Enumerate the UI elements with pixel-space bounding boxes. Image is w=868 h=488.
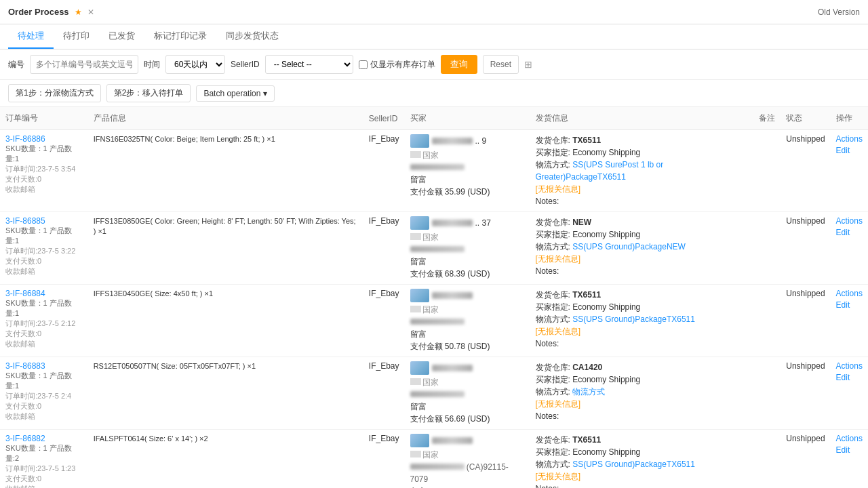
ship-carrier-link[interactable]: 物流方式 xyxy=(572,387,605,396)
buyer-cell: 国家 留富 支付金额 56.69 (USD) xyxy=(405,357,530,430)
pay-count: 支付天数:0 xyxy=(5,329,83,339)
product-desc: IFNS16E0325TN( Color: Beige; Item Length… xyxy=(94,134,358,144)
tab-daidayin[interactable]: 待打印 xyxy=(54,24,99,49)
table-row: 3-IF-86884 SKU数量：1 产品数量:1 订单时间:23-7-5 2:… xyxy=(0,285,868,357)
batch-operation-button[interactable]: Batch operation ▾ xyxy=(196,85,275,102)
filter-icon[interactable]: ⊞ xyxy=(524,59,532,70)
step2-button[interactable]: 第2步：移入待打单 xyxy=(106,84,191,102)
product-cell: IFFS13E0850GE( Color: Green; Height: 8' … xyxy=(88,212,363,285)
product-cell: IFFS13E0450GE( Size: 4x50 ft; ) ×1 xyxy=(88,285,363,357)
ship-carrier-link[interactable]: SS(UPS Ground)PackageNEW xyxy=(572,242,686,251)
tab-yifahuo[interactable]: 已发货 xyxy=(99,24,144,49)
warehouse: 发货仓库: TX6511 xyxy=(536,434,749,446)
seller-id: IF_Ebay xyxy=(369,361,399,371)
seller-cell: IF_Ebay xyxy=(363,285,405,357)
action-cell: Actions Edit xyxy=(831,430,868,489)
order-time: 订单时间:23-7-5 2:12 xyxy=(5,319,83,329)
product-cell: IFNS16E0325TN( Color: Beige; Item Length… xyxy=(88,130,363,212)
stock-filter-checkbox[interactable] xyxy=(359,60,368,69)
step1-button[interactable]: 第1步：分派物流方式 xyxy=(8,84,101,102)
product-desc: RS12ET050507TN( Size: 05FTx05FTx07FT; ) … xyxy=(94,361,358,371)
notes-cell xyxy=(753,285,781,357)
buyer-funds: 留富 xyxy=(410,174,525,186)
search-button[interactable]: 查询 xyxy=(441,55,477,74)
notes-label: Notes: xyxy=(536,410,749,422)
pay-count: 支付天数:0 xyxy=(5,474,83,484)
edit-button[interactable]: Edit xyxy=(836,300,863,310)
status-badge: Unshipped xyxy=(786,361,825,371)
order-id-link[interactable]: 3-IF-86886 xyxy=(5,134,45,144)
edit-button[interactable]: Edit xyxy=(836,146,863,155)
pay-count: 支付天数:0 xyxy=(5,256,83,266)
ship-method-label: 买家指定: Economy Shipping xyxy=(536,301,749,313)
notes-label: Notes: xyxy=(536,338,749,350)
ship-info: 发货仓库: TX6511 买家指定: Economy Shipping 物流方式… xyxy=(536,289,749,350)
order-time: 订单时间:23-7-5 1:23 xyxy=(5,464,83,474)
edit-button[interactable]: Edit xyxy=(836,373,863,382)
carrier: 物流方式: 物流方式 xyxy=(536,386,749,398)
reset-button[interactable]: Reset xyxy=(483,55,519,74)
col-header-notes: 备注 xyxy=(753,107,781,130)
edit-button[interactable]: Edit xyxy=(836,228,863,237)
seller-id: IF_Ebay xyxy=(369,134,399,144)
ship-cell: 发货仓库: CA1420 买家指定: Economy Shipping 物流方式… xyxy=(530,357,754,430)
table-row: 3-IF-86885 SKU数量：1 产品数量:1 订单时间:23-7-5 3:… xyxy=(0,212,868,285)
ship-info: 发货仓库: CA1420 买家指定: Economy Shipping 物流方式… xyxy=(536,361,749,422)
order-id-link[interactable]: 3-IF-86884 xyxy=(5,289,45,298)
carrier: 物流方式: SS(UPS Ground)PackageTX6511 xyxy=(536,313,749,325)
actions-button[interactable]: Actions xyxy=(836,361,863,371)
status-badge: Unshipped xyxy=(786,216,825,226)
buyer-zip xyxy=(410,316,525,328)
old-version-label[interactable]: Old Version xyxy=(818,7,860,17)
ship-cell: 发货仓库: TX6511 买家指定: Economy Shipping 物流方式… xyxy=(530,130,754,212)
buyer-country: 国家 xyxy=(410,231,525,243)
order-num-input[interactable] xyxy=(30,55,138,74)
seller-select[interactable]: -- Select -- xyxy=(265,55,353,74)
order-time: 订单时间:23-7-5 2:4 xyxy=(5,391,83,401)
order-num-cell: 3-IF-86885 SKU数量：1 产品数量:1 订单时间:23-7-5 3:… xyxy=(0,212,88,285)
buyer-info: .. 37 国家 留富 支付金额 68.39 (USD) xyxy=(410,216,525,280)
chevron-down-icon: ▾ xyxy=(263,89,267,98)
status-cell: Unshipped xyxy=(781,130,830,212)
tab-daichuli[interactable]: 待处理 xyxy=(8,24,54,49)
sku-info: SKU数量：1 产品数量:1 xyxy=(5,226,83,246)
action-cell: Actions Edit xyxy=(831,130,868,212)
avatar xyxy=(410,361,429,375)
edit-button[interactable]: Edit xyxy=(836,445,863,455)
seller-cell: IF_Ebay xyxy=(363,357,405,430)
actions-button[interactable]: Actions xyxy=(836,434,863,443)
action-cell: Actions Edit xyxy=(831,285,868,357)
no-info: [无报关信息] xyxy=(536,183,749,195)
buyer-rating: .. 37 xyxy=(475,217,491,229)
time-select[interactable]: 60天以内 30天以内 90天以内 xyxy=(165,55,225,74)
notes-cell xyxy=(753,130,781,212)
actions-button[interactable]: Actions xyxy=(836,289,863,298)
sku-info: SKU数量：1 产品数量:1 xyxy=(5,371,83,391)
pay-amount: 支付金额 56.69 (USD) xyxy=(410,413,525,425)
tab-tongbu[interactable]: 同步发货状态 xyxy=(216,24,288,49)
star-icon[interactable]: ★ xyxy=(75,7,82,17)
app-title: Order Process xyxy=(8,7,69,17)
buyer-cell: 国家 留富 支付金额 50.78 (USD) xyxy=(405,285,530,357)
buyer-name-blurred xyxy=(432,138,473,144)
ship-info: 发货仓库: NEW 买家指定: Economy Shipping 物流方式: S… xyxy=(536,216,749,277)
actions-button[interactable]: Actions xyxy=(836,134,863,144)
order-time: 订单时间:23-7-5 3:54 xyxy=(5,164,83,174)
buyer-cell: 国家 (CA)92115-7079 留富 支付金额 213.72 (USD) xyxy=(405,430,530,489)
order-id-link[interactable]: 3-IF-86882 xyxy=(5,434,45,443)
tab-biaojiyin[interactable]: 标记打印记录 xyxy=(144,24,216,49)
ship-info: 发货仓库: TX6511 买家指定: Economy Shipping 物流方式… xyxy=(536,434,749,488)
ship-carrier-link[interactable]: SS(UPS SurePost 1 lb or Greater)PackageT… xyxy=(536,160,664,182)
ship-carrier-link[interactable]: SS(UPS Ground)PackageTX6511 xyxy=(572,314,695,324)
stock-filter-label[interactable]: 仅显示有库存订单 xyxy=(359,59,435,70)
ship-carrier-link[interactable]: SS(UPS Ground)PackageTX6511 xyxy=(572,460,695,469)
actions-button[interactable]: Actions xyxy=(836,216,863,226)
order-id-link[interactable]: 3-IF-86885 xyxy=(5,216,45,226)
order-id-link[interactable]: 3-IF-86883 xyxy=(5,361,45,371)
order-time: 订单时间:23-7-5 3:22 xyxy=(5,246,83,256)
product-desc: IFALSPFT0614( Size: 6' x 14'; ) ×2 xyxy=(94,434,358,444)
status-badge: Unshipped xyxy=(786,434,825,443)
status-cell: Unshipped xyxy=(781,285,830,357)
close-icon[interactable]: ✕ xyxy=(87,7,94,17)
order-num-cell: 3-IF-86883 SKU数量：1 产品数量:1 订单时间:23-7-5 2:… xyxy=(0,357,88,430)
